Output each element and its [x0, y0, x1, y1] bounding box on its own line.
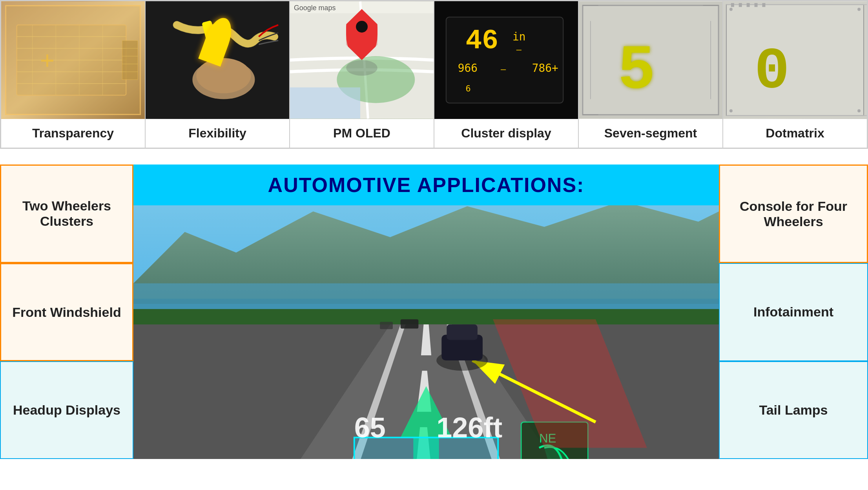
svg-rect-1 — [17, 25, 126, 95]
gallery-label-dotmatrix: Dotmatrix — [723, 119, 867, 148]
gallery-img-dotmatrix: 0 — [723, 1, 867, 119]
gallery-item-flexibility: Flexibility — [145, 1, 290, 148]
svg-rect-53 — [747, 3, 750, 7]
svg-point-59 — [729, 109, 733, 112]
gallery-section: + Transparency — [0, 0, 868, 149]
gallery-img-cluster: 46 in 966 6 786+ — — — [434, 1, 578, 119]
svg-rect-86 — [447, 324, 478, 340]
svg-text:126ft: 126ft — [436, 412, 502, 443]
transparency-svg: + — [1, 1, 145, 119]
svg-rect-48 — [726, 5, 864, 115]
left-item-front-windshield: Front Windshield — [0, 263, 133, 362]
left-item-two-wheelers: Two Wheelers Clusters — [0, 165, 133, 263]
gallery-item-dotmatrix: 0 Dotmatrix — [723, 1, 867, 148]
svg-rect-29 — [290, 88, 360, 119]
gallery-label-transparency: Transparency — [1, 119, 145, 148]
gallery-label-flexibility: Flexibility — [146, 119, 289, 148]
svg-text:786+: 786+ — [532, 62, 558, 75]
svg-rect-22 — [208, 54, 214, 60]
gallery-item-sevenseg: 5 Seven-segment — [578, 1, 723, 148]
svg-text:65: 65 — [354, 412, 386, 443]
gallery-item-pmoled: Google maps PM OLED — [290, 1, 434, 148]
svg-rect-31 — [446, 17, 563, 103]
svg-point-57 — [729, 8, 733, 11]
left-panel: Two Wheelers Clusters Front Windshield H… — [0, 165, 133, 459]
gallery-item-cluster: 46 in 966 6 786+ — — Cluster display — [434, 1, 578, 148]
center-panel: AUTOMOTIVE APPLICATIONS: — [133, 165, 719, 459]
svg-rect-73 — [401, 319, 419, 329]
svg-text:0: 0 — [755, 39, 790, 105]
svg-point-27 — [346, 60, 377, 76]
svg-rect-21 — [205, 47, 217, 57]
svg-point-19 — [196, 58, 251, 93]
gallery-label-pmoled: PM OLED — [290, 119, 434, 148]
gallery-img-sevenseg: 5 — [579, 1, 722, 119]
pmoled-svg: Google maps — [290, 1, 434, 119]
svg-text:46: 46 — [466, 26, 499, 57]
svg-text:5: 5 — [618, 36, 655, 106]
automotive-section: Two Wheelers Clusters Front Windshield H… — [0, 165, 868, 459]
svg-point-58 — [857, 8, 861, 11]
svg-rect-74 — [380, 322, 393, 329]
svg-point-60 — [857, 109, 861, 112]
left-item-headup: Headup Displays — [0, 361, 133, 459]
flexibility-svg — [146, 1, 289, 119]
gallery-label-sevenseg: Seven-segment — [579, 119, 722, 148]
svg-text:Google maps: Google maps — [294, 4, 336, 12]
dotmatrix-svg: 0 — [723, 1, 867, 119]
svg-text:+: + — [40, 46, 54, 73]
svg-text:—: — — [501, 64, 506, 74]
right-item-console-four: Console for Four Wheelers — [719, 165, 868, 263]
sevenseg-svg: 5 — [579, 1, 722, 119]
gallery-item-transparency: + Transparency — [1, 1, 145, 148]
right-item-infotainment: Infotainment — [719, 263, 868, 361]
svg-rect-52 — [739, 3, 742, 7]
svg-text:—: — — [516, 44, 522, 54]
svg-text:in: in — [512, 30, 526, 43]
svg-rect-51 — [731, 3, 734, 7]
road-scene-svg: 65 126ft NE — [133, 205, 719, 459]
gallery-label-cluster: Cluster display — [434, 119, 578, 148]
svg-rect-12 — [122, 40, 138, 79]
gallery-img-pmoled: Google maps — [290, 1, 434, 119]
svg-rect-54 — [755, 3, 758, 7]
right-panel: Console for Four Wheelers Infotainment T… — [719, 165, 868, 459]
car-image: 65 126ft NE — [133, 205, 719, 459]
right-item-tail-lamps: Tail Lamps — [719, 361, 868, 459]
automotive-title: AUTOMOTIVE APPLICATIONS: — [133, 165, 719, 205]
svg-text:6: 6 — [466, 84, 471, 93]
cluster-svg: 46 in 966 6 786+ — — — [434, 1, 578, 119]
svg-rect-55 — [762, 3, 765, 7]
gallery-img-flexibility — [146, 1, 289, 119]
svg-rect-17 — [146, 2, 289, 119]
svg-rect-0 — [1, 2, 145, 119]
gallery-img-transparency: + — [1, 1, 145, 119]
svg-point-28 — [356, 27, 367, 38]
svg-text:966: 966 — [458, 62, 478, 75]
